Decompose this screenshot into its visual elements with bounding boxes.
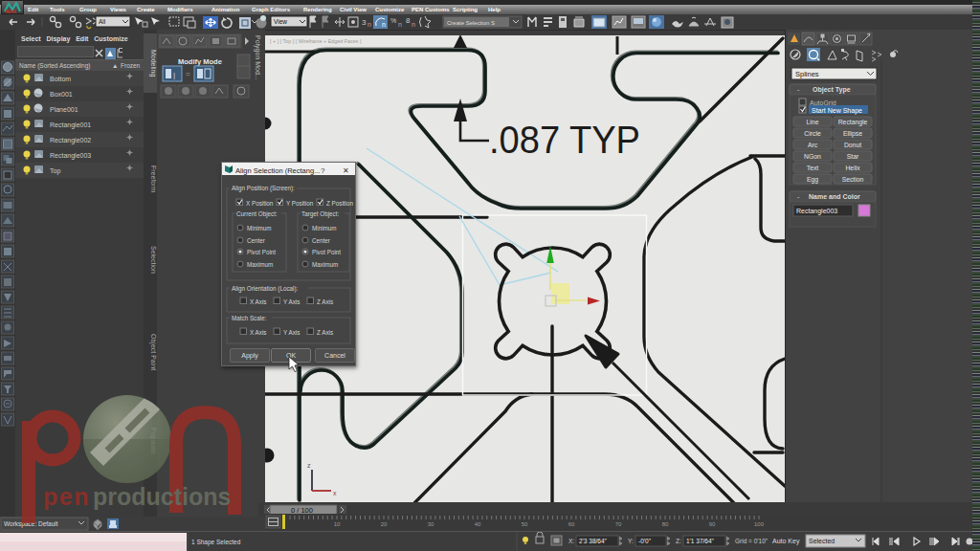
svg-text:%: %: [390, 17, 396, 24]
svg-text:productions: productions: [93, 483, 231, 510]
svg-text:NGon: NGon: [804, 153, 821, 160]
svg-text:Align Selection (Rectang...: Align Selection (Rectang...: [235, 166, 320, 175]
svg-text:Box001: Box001: [50, 91, 73, 98]
svg-text:Star: Star: [847, 153, 859, 160]
svg-text:Center: Center: [247, 237, 265, 244]
svg-text:[ + ] [ Top ] [ Wireframe + Ed: [ + ] [ Top ] [ Wireframe + Edged Faces …: [270, 38, 362, 44]
svg-text:Plane001: Plane001: [50, 106, 78, 113]
svg-text:-0'0": -0'0": [638, 538, 652, 544]
svg-text:Match Scale:: Match Scale:: [232, 315, 267, 321]
svg-text:20: 20: [381, 521, 388, 527]
svg-text:n: n: [382, 21, 386, 28]
svg-text:Top: Top: [50, 167, 60, 175]
svg-text:Center: Center: [312, 237, 330, 244]
svg-text:Minimum: Minimum: [312, 225, 337, 231]
svg-text:60: 60: [568, 521, 575, 527]
svg-text:n: n: [398, 21, 402, 28]
svg-text:Z Axis: Z Axis: [317, 329, 333, 336]
svg-text:Bottom: Bottom: [50, 76, 71, 82]
svg-text:Polygon Mod...: Polygon Mod...: [254, 35, 261, 80]
svg-text:Align Orientation (Local):: Align Orientation (Local):: [232, 285, 299, 293]
svg-text:Rectangle001: Rectangle001: [50, 121, 91, 129]
svg-text:Text: Text: [807, 165, 819, 171]
svg-text:Start New Shape: Start New Shape: [812, 107, 862, 115]
svg-text:Maximum: Maximum: [247, 261, 273, 268]
svg-text:Modify Mode: Modify Mode: [178, 57, 222, 66]
svg-text:n: n: [412, 21, 415, 28]
svg-text:Z:: Z:: [676, 538, 681, 544]
svg-text:pen: pen: [43, 483, 90, 510]
svg-text:Y:: Y:: [628, 538, 634, 544]
svg-text:Rectangle003: Rectangle003: [50, 152, 91, 160]
svg-text:X Axis: X Axis: [250, 329, 267, 336]
svg-text:X Position: X Position: [246, 200, 274, 207]
svg-text:Z Position: Z Position: [326, 200, 353, 207]
svg-text:Splines: Splines: [795, 70, 819, 78]
svg-text:Z Axis: Z Axis: [317, 298, 333, 305]
svg-text:Rectangle003: Rectangle003: [796, 208, 837, 215]
svg-text:Maximum: Maximum: [312, 261, 338, 268]
svg-text:Object Type: Object Type: [813, 86, 851, 94]
svg-text:Pivot Point: Pivot Point: [312, 249, 341, 255]
svg-text:Section: Section: [842, 176, 864, 183]
svg-text:|: |: [173, 71, 175, 79]
svg-text:30: 30: [428, 521, 434, 527]
svg-text:AutoGrid: AutoGrid: [810, 99, 836, 106]
svg-text:1'1 37/64": 1'1 37/64": [686, 538, 715, 544]
svg-text:Pivot Point: Pivot Point: [247, 249, 276, 255]
svg-text:Rectangle: Rectangle: [838, 119, 868, 126]
svg-text:Y Axis: Y Axis: [283, 329, 300, 336]
svg-text:Auto Key: Auto Key: [772, 538, 800, 545]
svg-text:?: ?: [321, 166, 325, 175]
svg-text:X Axis: X Axis: [250, 298, 267, 305]
svg-text:All: All: [99, 18, 106, 25]
svg-text:Align Position (Screen):: Align Position (Screen):: [232, 185, 295, 192]
svg-text:8: 8: [406, 16, 411, 25]
svg-text:Selected: Selected: [809, 538, 835, 544]
svg-text:X:: X:: [568, 538, 574, 544]
svg-text:Ellipse: Ellipse: [843, 130, 862, 138]
svg-text:Rectangle002: Rectangle002: [50, 137, 91, 144]
svg-text:Target Object:: Target Object:: [301, 210, 339, 218]
svg-text:z: z: [307, 462, 311, 469]
svg-text:100: 100: [754, 521, 765, 527]
svg-text:3: 3: [362, 18, 367, 27]
svg-text:.087 TYP: .087 TYP: [489, 118, 640, 162]
svg-text:Circle: Circle: [804, 130, 821, 137]
svg-text:80: 80: [662, 521, 669, 527]
svg-text:Y Position: Y Position: [286, 200, 314, 207]
svg-text:=: =: [186, 70, 190, 78]
svg-text:50: 50: [522, 521, 528, 527]
svg-text:Egg: Egg: [807, 176, 818, 184]
svg-text:70: 70: [615, 521, 622, 527]
svg-text:Line: Line: [807, 119, 819, 125]
svg-text:Grid = 0'10": Grid = 0'10": [735, 538, 768, 544]
svg-text:n: n: [368, 21, 371, 28]
svg-text:Y Axis: Y Axis: [283, 298, 300, 305]
svg-text:90: 90: [709, 521, 716, 527]
svg-text:Arc: Arc: [808, 142, 818, 148]
svg-text:10: 10: [334, 521, 341, 527]
svg-text:Helix: Helix: [845, 165, 860, 171]
svg-text:2'3 38/64": 2'3 38/64": [579, 538, 608, 544]
svg-text:View: View: [274, 18, 287, 25]
svg-text:Name and Color: Name and Color: [809, 193, 860, 200]
svg-text:Create Selection S: Create Selection S: [447, 20, 495, 26]
svg-text:Current Object:: Current Object:: [236, 210, 278, 218]
svg-text:Donut: Donut: [844, 142, 861, 148]
svg-text:Minimum: Minimum: [247, 225, 272, 231]
svg-text:x: x: [333, 490, 337, 496]
svg-text:40: 40: [475, 521, 481, 527]
svg-text:✕: ✕: [343, 166, 349, 175]
